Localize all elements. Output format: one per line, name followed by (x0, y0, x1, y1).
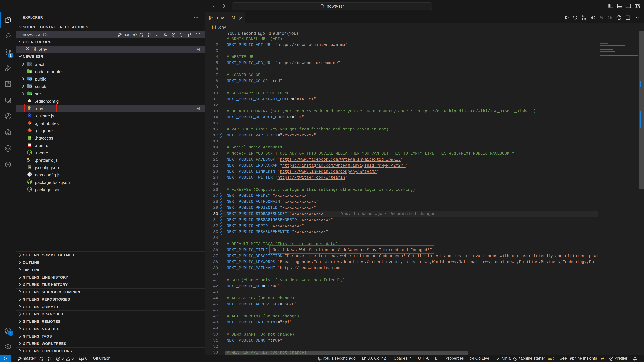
svg-text:JS: JS (29, 167, 31, 169)
svg-text:JS: JS (28, 151, 31, 154)
svg-text:JS: JS (28, 181, 31, 183)
svg-text:JS: JS (28, 188, 31, 191)
